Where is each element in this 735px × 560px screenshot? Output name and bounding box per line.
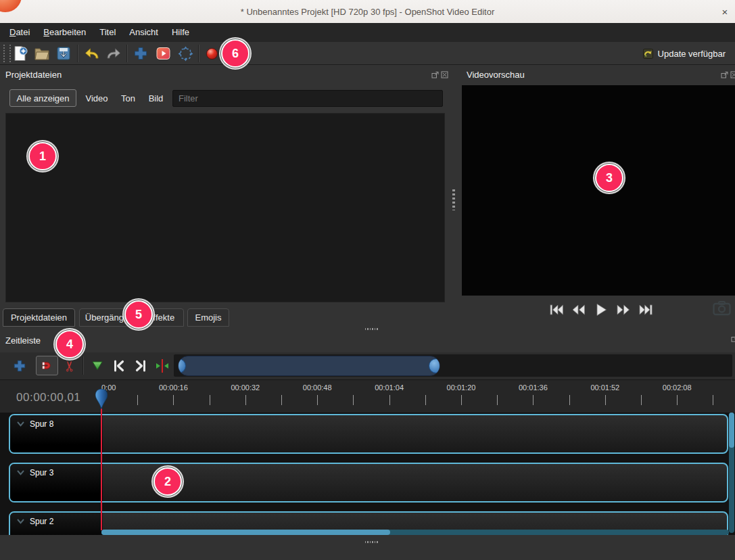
- annotation-marker-4: 4: [55, 330, 84, 358]
- rewind-button[interactable]: [567, 301, 590, 319]
- vertical-scrollbar[interactable]: [729, 413, 734, 533]
- center-on-playhead-button[interactable]: [154, 358, 170, 374]
- razor-tool-button[interactable]: ✂: [62, 358, 78, 374]
- panel-close-icon[interactable]: [730, 70, 735, 80]
- ruler-tick: [713, 395, 713, 405]
- annotation-number: 5: [135, 308, 142, 322]
- record-icon[interactable]: [206, 48, 218, 60]
- annotation-marker-6: 6: [221, 39, 250, 68]
- zoom-slider-right-handle[interactable]: [429, 358, 440, 373]
- new-file-icon: [13, 45, 28, 62]
- export-video-icon: [156, 46, 171, 61]
- export-video-button[interactable]: [155, 45, 171, 62]
- fast-forward-button[interactable]: [612, 301, 634, 319]
- redo-button[interactable]: [105, 45, 122, 62]
- menu-hilfe[interactable]: Hilfe: [165, 23, 196, 42]
- video-preview-panel-title: Videovorschau: [467, 70, 525, 80]
- track-label: Spur 2: [30, 517, 53, 526]
- next-marker-icon: [133, 358, 148, 373]
- horizontal-splitter-handle[interactable]: [365, 541, 378, 543]
- tab-projektdateien[interactable]: Projektdateien: [3, 308, 75, 327]
- jump-to-end-button[interactable]: [634, 301, 657, 319]
- playhead-timecode: 00:00:00,01: [16, 391, 80, 404]
- ruler-tick: [605, 395, 606, 405]
- import-files-button[interactable]: [133, 45, 149, 62]
- timeline-toolbar-separator: [82, 356, 84, 375]
- playhead-handle[interactable]: [95, 389, 108, 409]
- chevron-down-icon[interactable]: [16, 419, 26, 429]
- chevron-down-icon[interactable]: [16, 517, 26, 526]
- track-header[interactable]: Spur 3: [10, 464, 103, 501]
- panel-splitter-handle[interactable]: [452, 189, 455, 210]
- fullscreen-button[interactable]: [177, 45, 193, 62]
- update-available-button[interactable]: Update verfügbar: [643, 45, 726, 62]
- annotation-number: 6: [232, 47, 239, 61]
- chevron-down-icon[interactable]: [16, 468, 26, 477]
- play-button[interactable]: [590, 301, 612, 319]
- plus-icon: [13, 359, 26, 373]
- menu-ansicht[interactable]: Ansicht: [122, 23, 165, 42]
- next-marker-button[interactable]: [133, 358, 149, 374]
- panel-float-icon[interactable]: [431, 70, 439, 80]
- undo-button[interactable]: [84, 45, 100, 62]
- timeline-tracks-area[interactable]: Spur 8 Spur 3 Spur 2: [0, 413, 735, 535]
- track-content[interactable]: [103, 464, 727, 501]
- annotation-marker-2: 2: [153, 467, 182, 496]
- add-marker-button[interactable]: [89, 358, 105, 374]
- plus-icon: [133, 46, 148, 61]
- jump-to-start-button[interactable]: [545, 301, 567, 319]
- track-label: Spur 8: [30, 419, 53, 429]
- project-files-list[interactable]: [5, 113, 445, 302]
- timeline-panel-title: Zeitleiste: [5, 335, 41, 346]
- save-project-button[interactable]: [55, 45, 72, 62]
- filter-ton-button[interactable]: Ton: [115, 89, 141, 107]
- previous-marker-button[interactable]: [111, 358, 127, 374]
- ruler-tick: [461, 395, 462, 405]
- ruler-tick: [425, 395, 426, 405]
- zoom-slider-left-handle[interactable]: [178, 358, 186, 373]
- track-header[interactable]: Spur 2: [10, 513, 103, 535]
- panel-close-icon[interactable]: [441, 70, 448, 80]
- filter-bild-button[interactable]: Bild: [143, 89, 169, 107]
- menu-titel[interactable]: Titel: [93, 23, 122, 42]
- panel-float-icon[interactable]: [721, 70, 728, 80]
- snapping-toggle-button[interactable]: [36, 356, 58, 375]
- capture-frame-button[interactable]: [711, 300, 732, 317]
- filter-alle-anzeigen-button[interactable]: Alle anzeigen: [9, 89, 76, 107]
- jump-to-start-icon: [549, 304, 564, 316]
- ruler-label: 00:00:48: [303, 383, 332, 392]
- menu-bearbeiten[interactable]: Bearbeiten: [37, 23, 93, 42]
- update-label: Update verfügbar: [658, 49, 726, 59]
- zoom-slider[interactable]: [178, 356, 440, 376]
- menu-datei[interactable]: Datei: [3, 23, 37, 42]
- horizontal-scrollbar[interactable]: [101, 530, 729, 535]
- video-preview-screen: [462, 85, 735, 296]
- toolbar-drag-handle[interactable]: [3, 45, 11, 62]
- magnet-icon: [41, 359, 53, 372]
- horizontal-splitter-handle[interactable]: [365, 328, 378, 330]
- update-icon: [643, 49, 653, 59]
- track-content[interactable]: [103, 415, 727, 452]
- panel-float-icon[interactable]: [731, 334, 735, 344]
- annotation-number: 3: [606, 171, 613, 185]
- menubar: Datei Bearbeiten Titel Ansicht Hilfe: [0, 23, 735, 42]
- ruler-tick: [281, 395, 282, 405]
- open-project-button[interactable]: [34, 45, 50, 62]
- fullscreen-icon: [178, 46, 193, 62]
- add-track-button[interactable]: [11, 358, 28, 374]
- toolbar-separator: [126, 45, 128, 62]
- ruler-tick: [137, 395, 138, 405]
- vertical-scrollbar-thumb[interactable]: [729, 413, 734, 448]
- window-close-button[interactable]: ×: [719, 5, 731, 18]
- filter-input[interactable]: [172, 90, 443, 107]
- undo-icon: [84, 46, 100, 61]
- horizontal-scrollbar-thumb[interactable]: [101, 530, 390, 535]
- tab-emojis[interactable]: Emojis: [187, 308, 229, 327]
- track-header[interactable]: Spur 8: [10, 415, 103, 452]
- fast-forward-icon: [616, 304, 630, 316]
- new-project-button[interactable]: [12, 45, 28, 62]
- annotation-number: 1: [39, 149, 46, 164]
- toolbar-separator: [77, 45, 78, 62]
- marker-triangle-icon: [91, 360, 104, 372]
- filter-video-button[interactable]: Video: [82, 89, 112, 107]
